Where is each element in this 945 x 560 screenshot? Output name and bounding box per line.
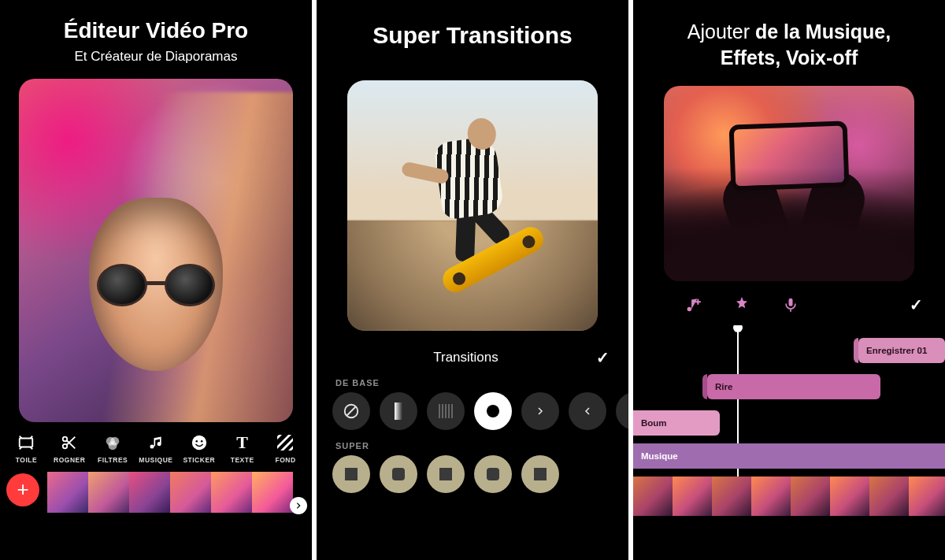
tool-sticker[interactable]: STICKER	[180, 433, 219, 464]
panel-transitions: Super Transitions Transitions ✓ DE BASE …	[317, 0, 628, 560]
svg-point-8	[201, 439, 203, 442]
video-preview[interactable]	[19, 79, 293, 422]
transition-super-5[interactable]	[521, 455, 559, 493]
title-bold-2: Effets, Voix-off	[721, 46, 858, 69]
video-filmstrip[interactable]	[633, 477, 945, 516]
tool-music[interactable]: MUSIQUE	[136, 433, 176, 464]
panel-editor: Éditeur Vidéo Pro Et Créateur de Diapora…	[0, 0, 312, 560]
sticker-icon	[190, 433, 209, 452]
track-rire[interactable]: Rire	[707, 374, 880, 399]
transition-super-3[interactable]	[427, 455, 465, 493]
track-label: Musique	[641, 451, 678, 461]
bg-icon	[276, 433, 295, 452]
add-effect-button[interactable]	[732, 295, 751, 314]
confirm-button[interactable]: ✓	[910, 295, 923, 314]
timeline-thumb[interactable]	[88, 472, 129, 513]
audio-toolbar: ✓	[633, 295, 945, 314]
track-musique[interactable]: Musique	[633, 443, 945, 469]
panel-audio: Ajouter de la Musique, Effets, Voix-off …	[633, 0, 945, 560]
track-record[interactable]: Enregistrer 01	[858, 338, 945, 363]
transitions-label: Transitions	[433, 350, 498, 365]
title-light: Ajouter	[687, 20, 755, 43]
tool-crop[interactable]: ROGNER	[50, 433, 89, 464]
tool-label: FILTRES	[98, 456, 128, 464]
track-label: Enregistrer 01	[866, 346, 927, 355]
timeline-strip[interactable]: +	[0, 472, 312, 513]
timeline-thumb[interactable]	[170, 472, 211, 513]
transition-slide-down[interactable]	[616, 392, 628, 430]
square-round-icon	[392, 468, 405, 480]
panel2-title: Super Transitions	[372, 22, 572, 49]
group-basic-label: DE BASE	[335, 378, 380, 388]
audio-timeline[interactable]: Enregistrer 01 Rire Boum Musique	[633, 325, 945, 560]
transition-slide-left[interactable]	[569, 392, 606, 430]
timeline-thumb[interactable]	[129, 472, 170, 513]
transition-none[interactable]	[332, 392, 370, 430]
transition-preview[interactable]	[347, 80, 598, 331]
timeline-next-button[interactable]	[290, 497, 307, 514]
transition-fade-pattern[interactable]	[427, 392, 465, 430]
tool-label: TEXTE	[231, 456, 254, 464]
dot-icon	[487, 405, 499, 417]
square-icon	[439, 468, 452, 480]
track-label: Boum	[641, 418, 667, 428]
transition-slide-right[interactable]	[521, 392, 559, 430]
tool-text[interactable]: T TEXTE	[223, 433, 262, 464]
tool-label: ROGNER	[54, 456, 85, 464]
transition-fade-vertical[interactable]	[380, 392, 417, 430]
filters-icon	[103, 433, 122, 452]
timeline-thumb[interactable]	[252, 472, 293, 513]
text-icon: T	[233, 433, 252, 452]
timeline-thumb[interactable]	[211, 472, 252, 513]
tool-canvas[interactable]: TOILE	[6, 433, 46, 464]
svg-point-2	[63, 443, 68, 448]
panel3-title: Ajouter de la Musique, Effets, Voix-off	[687, 19, 891, 70]
panel1-title: Éditeur Vidéo Pro	[64, 17, 248, 44]
tool-background[interactable]: FOND	[265, 433, 305, 464]
add-clip-button[interactable]: +	[6, 473, 39, 506]
transition-super-2[interactable]	[380, 455, 417, 493]
track-label: Rire	[715, 382, 732, 391]
confirm-button[interactable]: ✓	[596, 348, 610, 367]
tool-label: TOILE	[16, 456, 37, 464]
tool-label: STICKER	[183, 456, 215, 464]
canvas-icon	[17, 433, 35, 452]
editor-toolbar: TOILE ROGNER FILTRES MUSIQUE STICKER	[0, 433, 312, 464]
tool-filters[interactable]: FILTRES	[93, 433, 132, 464]
timeline-thumb[interactable]	[47, 472, 88, 513]
plus-icon: +	[17, 477, 28, 502]
square-round-icon	[487, 468, 499, 480]
scissors-icon	[60, 433, 79, 452]
pattern-icon	[439, 404, 453, 418]
audio-preview[interactable]	[664, 86, 914, 281]
svg-rect-10	[789, 299, 793, 306]
tool-label: FOND	[275, 456, 295, 464]
fade-icon	[395, 402, 402, 420]
add-music-button[interactable]	[684, 296, 701, 313]
square-icon	[534, 468, 547, 480]
panel1-subtitle: Et Créateur de Diaporamas	[75, 49, 238, 65]
transition-super-4[interactable]	[474, 455, 512, 493]
svg-point-6	[192, 435, 206, 449]
transitions-basic-row	[317, 392, 628, 430]
svg-point-1	[63, 436, 68, 441]
transitions-super-row	[317, 455, 628, 509]
svg-point-7	[195, 439, 198, 442]
title-bold-1: de la Musique,	[755, 20, 891, 43]
music-icon	[146, 433, 165, 452]
add-voiceover-button[interactable]	[783, 295, 799, 314]
group-super-label: SUPER	[335, 441, 369, 451]
transition-super-1[interactable]	[332, 455, 370, 493]
svg-point-5	[109, 441, 117, 450]
square-icon	[345, 468, 358, 480]
track-boum[interactable]: Boum	[633, 410, 720, 436]
tool-label: MUSIQUE	[139, 456, 172, 464]
svg-rect-0	[20, 438, 33, 447]
transition-circle[interactable]	[474, 392, 512, 430]
